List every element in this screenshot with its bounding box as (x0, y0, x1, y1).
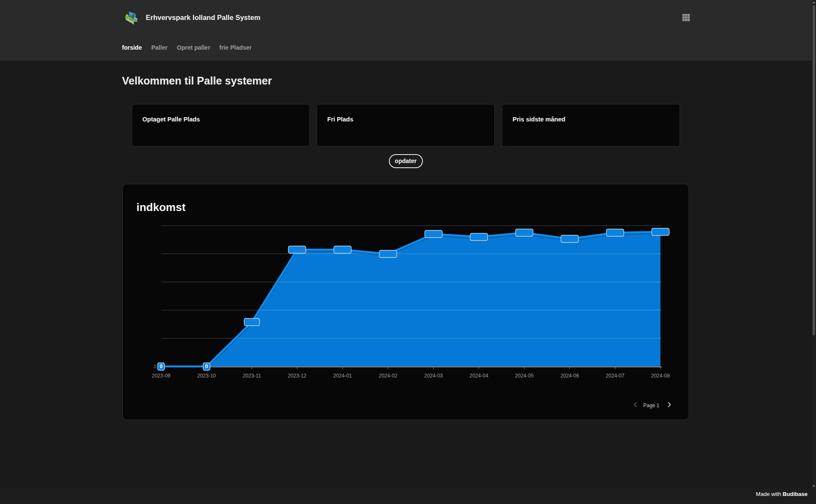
svg-text:0: 0 (205, 363, 208, 369)
svg-text:2023-09: 2023-09 (152, 373, 170, 379)
svg-text:0: 0 (160, 363, 163, 369)
svg-text:2023-10: 2023-10 (197, 373, 216, 379)
svg-text:2024-03: 2024-03 (424, 373, 443, 379)
svg-text:2023-12: 2023-12 (288, 373, 306, 379)
svg-text:2023-11: 2023-11 (243, 373, 261, 379)
svg-text:2024-07: 2024-07 (606, 373, 624, 379)
svg-text:Page 1: Page 1 (643, 403, 659, 408)
svg-text:2024-05: 2024-05 (515, 373, 534, 379)
svg-text:2024-01: 2024-01 (333, 373, 352, 379)
svg-text:2024-06: 2024-06 (560, 373, 579, 379)
svg-text:2024-02: 2024-02 (379, 373, 397, 379)
svg-text:0: 0 (154, 364, 156, 369)
svg-text:2024-04: 2024-04 (470, 373, 488, 379)
svg-text:2024-08: 2024-08 (651, 373, 670, 379)
